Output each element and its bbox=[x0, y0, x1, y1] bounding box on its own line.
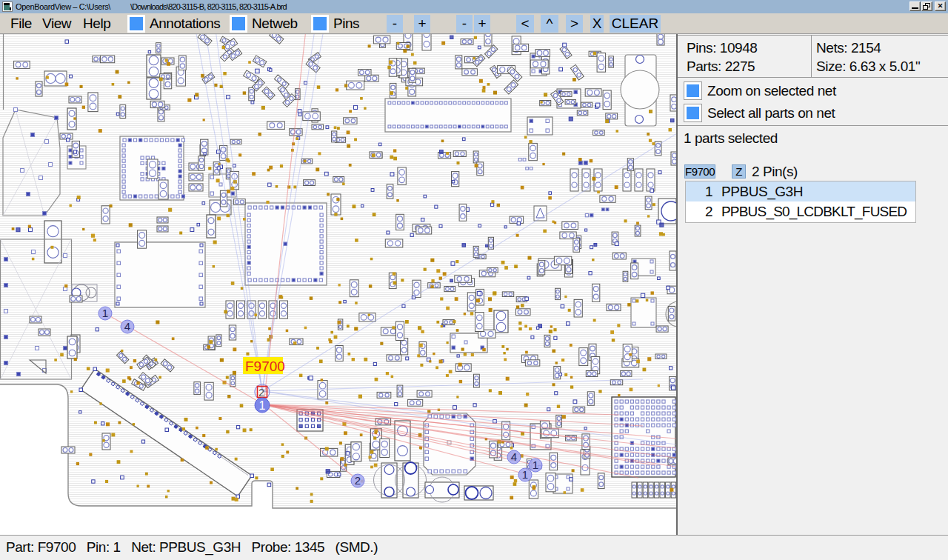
svg-text:1: 1 bbox=[522, 468, 528, 481]
svg-text:2: 2 bbox=[355, 474, 361, 487]
svg-text:F9700: F9700 bbox=[245, 359, 285, 374]
svg-text:1: 1 bbox=[102, 307, 108, 319]
svg-text:4: 4 bbox=[511, 450, 517, 463]
svg-text:2: 2 bbox=[258, 386, 264, 399]
svg-text:1: 1 bbox=[259, 399, 266, 412]
svg-text:4: 4 bbox=[124, 320, 130, 333]
svg-text:1: 1 bbox=[533, 459, 538, 471]
